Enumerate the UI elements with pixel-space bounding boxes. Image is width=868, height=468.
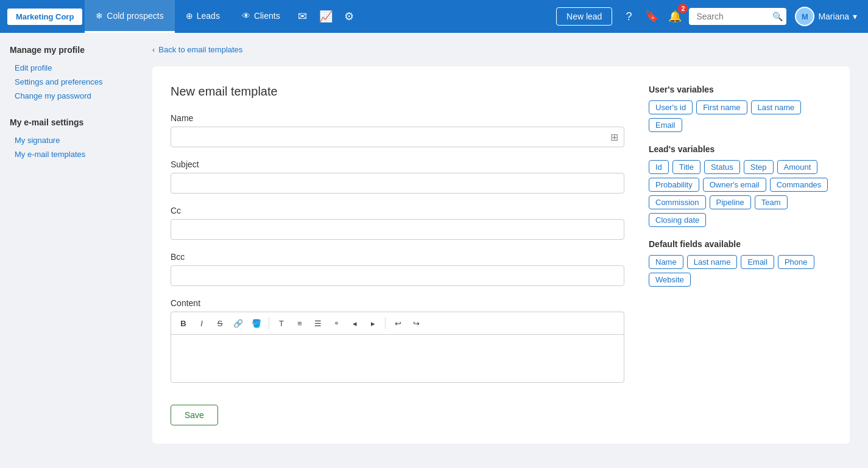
variable-tag[interactable]: Title [672,160,700,174]
editor-toolbar: B I S 🔗 🪣 T ≡ ☰ ⚬ ◂ ▸ ↩ ↪ [171,312,624,334]
search-wrap: 🔍 [689,8,786,25]
lead-variables-section: Lead's variables IdTitleStatusStepAmount… [649,144,831,227]
variable-tag[interactable]: Closing date [649,213,706,227]
sidebar-profile-section: Manage my profile Edit profile Settings … [10,45,124,103]
app-layout: Manage my profile Edit profile Settings … [0,33,868,468]
form-card: New email template Name ⊞ Subject Cc [152,66,850,444]
main-content: ‹ Back to email templates New email temp… [134,33,868,468]
notifications-wrap: 🔔 2 [663,5,686,28]
align-left-button[interactable]: ≡ [291,315,308,332]
variables-panel: User's variables User's idFirst nameLast… [649,85,831,425]
sidebar-email-section: My e-mail settings My signature My e-mai… [10,117,124,161]
content-field-group: Content B I S 🔗 🪣 T ≡ ☰ ⚬ ◂ ▸ [171,298,624,383]
undo-button[interactable]: ↩ [389,315,406,332]
redo-button[interactable]: ↪ [408,315,425,332]
sidebar-email-title: My e-mail settings [10,117,124,127]
outdent-button[interactable]: ◂ [346,315,363,332]
sidebar-email-templates[interactable]: My e-mail templates [10,147,124,161]
variable-tag[interactable]: Website [649,273,691,287]
nav-leads[interactable]: ⊕ Leads [175,0,231,33]
content-label: Content [171,298,624,308]
bcc-input[interactable] [171,265,624,286]
link-button[interactable]: 🔗 [230,315,247,332]
new-lead-button[interactable]: New lead [556,7,612,26]
settings-nav-button[interactable]: ⚙ [337,5,361,28]
leads-icon: ⊕ [186,11,193,21]
cc-label: Cc [171,206,624,215]
search-icon[interactable]: 🔍 [772,12,783,21]
highlight-button[interactable]: 🪣 [248,315,265,332]
variable-tag[interactable]: Amount [777,160,818,174]
variable-tag[interactable]: Pipeline [710,195,751,209]
unordered-list-button[interactable]: ☰ [309,315,326,332]
default-fields-tags: NameLast nameEmailPhoneWebsite [649,255,831,287]
variable-tag[interactable]: Step [744,160,774,174]
variable-tag[interactable]: Last name [687,255,738,269]
help-button[interactable]: ? [617,5,640,28]
analytics-nav-button[interactable]: 📈 [314,5,337,28]
user-variables-tags: User's idFirst nameLast nameEmail [649,100,831,132]
sidebar-my-signature[interactable]: My signature [10,133,124,147]
variable-tag[interactable]: Phone [778,255,814,269]
name-field-group: Name ⊞ [171,113,624,147]
bcc-label: Bcc [171,252,624,262]
user-dropdown-icon: ▾ [853,12,857,21]
cold-prospects-icon: ❄ [96,11,103,21]
name-label: Name [171,113,624,123]
variable-tag[interactable]: Name [649,255,683,269]
sidebar: Manage my profile Edit profile Settings … [0,33,134,468]
content-editor[interactable] [171,334,624,383]
default-fields-title: Default fields available [649,239,831,249]
user-menu[interactable]: M Mariana ▾ [791,7,861,26]
subject-input[interactable] [171,173,624,194]
lead-variables-title: Lead's variables [649,144,831,154]
variable-tag[interactable]: Owner's email [703,178,766,192]
variable-tag[interactable]: Email [741,255,774,269]
name-input-wrap: ⊞ [171,127,624,147]
italic-button[interactable]: I [193,315,210,332]
nav-clients-label: Clients [254,11,280,21]
email-template-form: New email template Name ⊞ Subject Cc [171,85,624,425]
user-variables-title: User's variables [649,85,831,94]
variable-tag[interactable]: Last name [751,100,802,114]
nav-clients[interactable]: 👁 Clients [231,0,291,33]
variable-tag[interactable]: Commandes [770,178,828,192]
back-link[interactable]: ‹ Back to email templates [152,45,850,54]
variable-tag[interactable]: Email [649,118,682,132]
top-navigation: Marketing Corp ❄ Cold prospects ⊕ Leads … [0,0,868,33]
paragraph-button[interactable]: T [273,315,290,332]
back-chevron-icon: ‹ [152,45,155,54]
name-input[interactable] [171,127,624,147]
bookmark-button[interactable]: 🔖 [640,5,663,28]
avatar: M [795,7,814,26]
variable-tag[interactable]: Status [704,160,740,174]
variable-tag[interactable]: User's id [649,100,693,114]
clients-icon: 👁 [242,11,250,21]
toolbar-divider-2 [385,317,386,329]
search-input[interactable] [689,8,786,25]
name-field-icon: ⊞ [610,131,618,143]
sidebar-edit-profile[interactable]: Edit profile [10,61,124,75]
ordered-list-button[interactable]: ⚬ [328,315,345,332]
variable-tag[interactable]: Id [649,160,669,174]
indent-button[interactable]: ▸ [364,315,381,332]
cc-input[interactable] [171,219,624,240]
strikethrough-button[interactable]: S [211,315,228,332]
sidebar-profile-title: Manage my profile [10,45,124,55]
sidebar-settings-preferences[interactable]: Settings and preferences [10,75,124,89]
nav-cold-prospects[interactable]: ❄ Cold prospects [85,0,174,33]
toolbar-divider-1 [269,317,269,329]
variable-tag[interactable]: Commission [649,195,706,209]
variable-tag[interactable]: Team [755,195,788,209]
sidebar-change-password[interactable]: Change my password [10,89,124,103]
email-nav-button[interactable]: ✉ [291,5,314,28]
subject-label: Subject [171,159,624,169]
brand-logo: Marketing Corp [7,9,82,25]
bold-button[interactable]: B [175,315,192,332]
save-button[interactable]: Save [171,405,218,425]
nav-leads-label: Leads [197,11,220,21]
variable-tag[interactable]: Probability [649,178,699,192]
variable-tag[interactable]: First name [696,100,747,114]
bcc-field-group: Bcc [171,252,624,286]
subject-field-group: Subject [171,159,624,194]
